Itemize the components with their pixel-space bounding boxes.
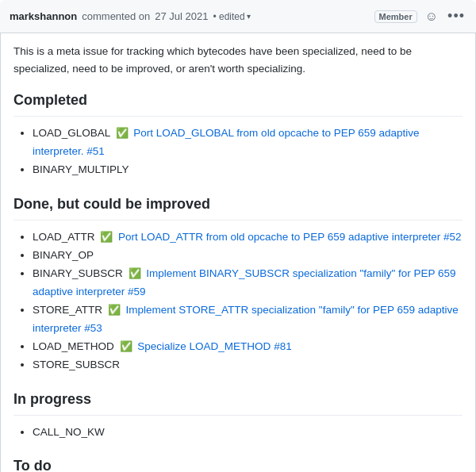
section-heading-completed: Completed [13, 90, 463, 117]
item-ref: #52 [443, 231, 462, 243]
list-item: STORE_ATTR ✅ Implement STORE_ATTR specia… [33, 301, 463, 338]
list-item: BINARY_SUBSCR ✅ Implement BINARY_SUBSCR … [33, 265, 463, 301]
item-label: BINARY_OP [33, 249, 94, 261]
comment-author[interactable]: markshannon [10, 10, 77, 22]
item-label: STORE_SUBSCR [33, 359, 120, 370]
check-icon: ✅ [129, 267, 141, 279]
section-heading-in-progress: In progress [13, 389, 463, 416]
check-icon: ✅ [108, 304, 121, 316]
smiley-button[interactable]: ☺ [424, 8, 440, 25]
smiley-icon: ☺ [425, 10, 438, 24]
item-ref: #51 [86, 145, 105, 157]
item-label: BINARY_MULTIPLY [33, 163, 129, 175]
edited-link[interactable]: • edited ▾ [213, 11, 250, 22]
check-icon: ✅ [100, 231, 113, 243]
member-badge: Member [374, 10, 417, 23]
comment-header-left: markshannon commented on 27 Jul 2021 • e… [10, 10, 251, 22]
comment-header-right: Member ☺ ••• [374, 6, 466, 26]
item-label: LOAD_METHOD [33, 340, 117, 352]
list-item: STORE_SUBSCR [33, 356, 463, 374]
item-label: STORE_ATTR [33, 304, 106, 316]
check-icon: ✅ [116, 127, 129, 139]
chevron-down-icon: ▾ [247, 12, 251, 21]
item-link[interactable]: Port LOAD_ATTR from old opcache to PEP 6… [118, 231, 440, 243]
check-icon: ✅ [120, 340, 132, 352]
list-item: LOAD_ATTR ✅ Port LOAD_ATTR from old opca… [33, 228, 463, 247]
item-link[interactable]: Specialize LOAD_METHOD [137, 340, 271, 352]
item-label: LOAD_GLOBAL [33, 127, 113, 139]
comment-container: markshannon commented on 27 Jul 2021 • e… [0, 0, 476, 472]
list-item: CALL_NO_KW [33, 424, 463, 442]
comment-intro: This is a meta issue for tracking which … [13, 43, 463, 77]
section-heading-todo: To do [13, 455, 463, 472]
list-item: LOAD_GLOBAL ✅ Port LOAD_GLOBAL from old … [33, 125, 463, 161]
item-ref: #81 [274, 340, 292, 352]
comment-date: 27 Jul 2021 [155, 10, 208, 22]
item-ref: #53 [84, 322, 102, 334]
item-label: BINARY_SUBSCR [33, 267, 126, 279]
item-ref: #59 [128, 286, 146, 297]
done-list: LOAD_ATTR ✅ Port LOAD_ATTR from old opca… [13, 228, 463, 374]
list-item: BINARY_OP [33, 247, 463, 265]
more-options-button[interactable]: ••• [446, 6, 466, 26]
item-label: LOAD_ATTR [33, 231, 98, 243]
completed-list: LOAD_GLOBAL ✅ Port LOAD_GLOBAL from old … [13, 125, 463, 179]
in-progress-list: CALL_NO_KW [13, 424, 463, 442]
comment-header: markshannon commented on 27 Jul 2021 • e… [0, 0, 476, 33]
comment-action: commented on [82, 10, 150, 22]
section-heading-done: Done, but could be improved [13, 194, 463, 221]
ellipsis-icon: ••• [447, 8, 465, 25]
list-item: BINARY_MULTIPLY [33, 161, 463, 179]
list-item: LOAD_METHOD ✅ Specialize LOAD_METHOD #81 [33, 338, 463, 356]
comment-body: This is a meta issue for tracking which … [0, 33, 476, 472]
item-label: CALL_NO_KW [33, 426, 105, 438]
